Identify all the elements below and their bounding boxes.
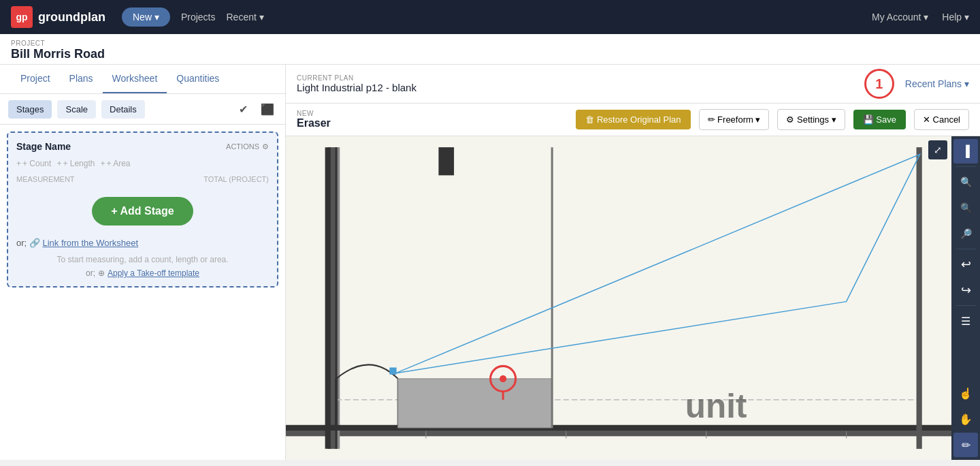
stage-name-label: Stage Name [16, 141, 71, 152]
pointer-icon: ☝ [959, 387, 973, 400]
toolbar-divider-1 [956, 166, 976, 167]
pointer-button[interactable]: ☝ [953, 381, 978, 405]
breadcrumb-label: PROJECT [11, 40, 969, 47]
svg-rect-8 [917, 147, 922, 449]
toolbar-divider-3 [956, 305, 976, 306]
list-icon: ☰ [961, 315, 970, 328]
tab-plans[interactable]: Plans [60, 65, 103, 93]
zoom-in-icon: 🔍 [960, 176, 972, 187]
template-link-row: or; ⊕ Apply a Take-off template [16, 268, 269, 278]
recent-link[interactable]: Recent ▾ [226, 12, 263, 22]
right-toolbar: ▐ 🔍 🔍 🔎 ↩ ↪ [951, 136, 980, 460]
scale-tab[interactable]: Scale [57, 100, 96, 119]
breadcrumb-title: Bill Morris Road [11, 47, 969, 61]
toolbar-icons: ✔ ⬛ [233, 99, 277, 119]
toolbar-row: Stages Scale Details ✔ ⬛ [0, 94, 285, 125]
link-from-worksheet[interactable]: Link from the Worksheet [42, 238, 138, 248]
svg-rect-0 [286, 147, 951, 449]
undo-icon: ↩ [961, 257, 971, 272]
stage-header: Stage Name ACTIONS ⚙ [16, 141, 269, 152]
tab-project[interactable]: Project [11, 65, 60, 93]
new-badge: NEW [297, 110, 331, 117]
new-button[interactable]: New ▾ [122, 7, 170, 27]
link-row: or; 🔗 Link from the Worksheet [16, 238, 269, 248]
svg-rect-13 [438, 147, 454, 175]
pen-button[interactable]: ✏ [953, 433, 978, 457]
tab-bar: Project Plans Worksheet Quantities [0, 65, 285, 94]
cancel-button[interactable]: ✕ Cancel [914, 109, 969, 130]
breadcrumb-area: PROJECT Bill Morris Road [0, 34, 980, 65]
measurement-row: MEASUREMENT TOTAL (PROJECT) [16, 175, 269, 183]
toolbar-divider-2 [956, 249, 976, 249]
toolbar-bottom: ☝ ✋ ✏ [951, 381, 980, 460]
zoom-out-button[interactable]: 🔍 [953, 196, 978, 220]
tab-quantities[interactable]: Quantities [167, 65, 229, 93]
expand-icon: ⤢ [934, 144, 942, 155]
zoom-fit-button[interactable]: 🔎 [953, 221, 978, 246]
zoom-fit-icon: 🔎 [960, 228, 972, 239]
hint-text: To start measuring, add a count, length … [16, 255, 269, 264]
redo-icon: ↪ [961, 283, 971, 298]
save-button[interactable]: 💾 Save [853, 110, 906, 129]
eraser-title: Eraser [297, 117, 331, 129]
add-stage-button[interactable]: + Add Stage [92, 197, 193, 226]
svg-point-18 [500, 375, 506, 382]
stages-tab[interactable]: Stages [8, 100, 52, 119]
zoom-in-button[interactable]: 🔍 [953, 170, 978, 194]
download-icon-btn[interactable]: ⬛ [258, 99, 277, 119]
eraser-bar: NEW Eraser 🗑 Restore Original Plan ✏ Fre… [286, 104, 980, 136]
settings-button[interactable]: ⚙ Settings ▾ [777, 109, 845, 130]
check-icon-btn[interactable]: ✔ [233, 99, 252, 119]
plan-area: CURRENT PLAN Light Industrial p12 - blan… [286, 65, 980, 460]
actions-icon: ⚙ [262, 142, 269, 151]
apply-template-link[interactable]: Apply a Take-off template [108, 268, 199, 278]
plan-header: CURRENT PLAN Light Industrial p12 - blan… [286, 65, 980, 104]
add-stage-wrapper: + Add Stage [16, 191, 269, 231]
details-tab[interactable]: Details [101, 100, 145, 119]
stage-columns: ++ Count ++ Length ++ Area [16, 159, 269, 168]
nav-right: My Account ▾ Help ▾ [872, 12, 969, 22]
tab-worksheet[interactable]: Worksheet [103, 65, 167, 93]
actions-label: ACTIONS ⚙ [226, 142, 269, 151]
redo-button[interactable]: ↪ [953, 278, 978, 302]
freeform-button[interactable]: ✏ Freeform ▾ [699, 109, 770, 130]
top-navigation: gp groundplan New ▾ Projects Recent ▾ My… [0, 0, 980, 34]
pen-icon: ✏ [962, 439, 970, 452]
expand-button[interactable]: ⤢ [928, 140, 947, 159]
current-plan-info: CURRENT PLAN Light Industrial p12 - blan… [297, 74, 416, 93]
restore-button[interactable]: 🗑 Restore Original Plan [576, 110, 690, 129]
plan-canvas[interactable]: unit ⤢ [286, 136, 980, 460]
col-area[interactable]: ++ Area [100, 159, 130, 168]
list-button[interactable]: ☰ [953, 309, 978, 333]
link-icon: 🔗 [29, 238, 43, 248]
stage-card: Stage Name ACTIONS ⚙ ++ Count ++ Length … [7, 131, 278, 288]
panel-toggle-button[interactable]: ▐ [953, 139, 978, 164]
svg-rect-15 [389, 367, 396, 374]
my-account-link[interactable]: My Account ▾ [872, 12, 928, 22]
hand-icon: ✋ [959, 413, 973, 426]
logo: gp groundplan [11, 6, 105, 28]
svg-text:unit: unit [685, 387, 747, 424]
left-panel: Project Plans Worksheet Quantities Stage… [0, 65, 286, 460]
logo-text: groundplan [38, 10, 105, 25]
stage-area: Stage Name ACTIONS ⚙ ++ Count ++ Length … [0, 125, 285, 460]
logo-icon: gp [11, 6, 33, 28]
hand-button[interactable]: ✋ [953, 407, 978, 431]
col-length[interactable]: ++ Length [56, 159, 95, 168]
undo-button[interactable]: ↩ [953, 252, 978, 277]
help-link[interactable]: Help ▾ [942, 12, 969, 22]
eraser-info: NEW Eraser [297, 110, 331, 129]
zoom-out-icon: 🔍 [960, 202, 972, 213]
svg-rect-11 [398, 379, 552, 428]
circle-plus-icon: ⊕ [98, 268, 105, 278]
floor-plan-svg: unit [286, 136, 951, 460]
col-count[interactable]: ++ Count [16, 159, 51, 168]
main-layout: Project Plans Worksheet Quantities Stage… [0, 65, 980, 460]
plan-badge: 1 [864, 69, 894, 99]
current-plan-label: CURRENT PLAN [297, 74, 416, 82]
current-plan-name: Light Industrial p12 - blank [297, 82, 416, 93]
recent-plans-button[interactable]: Recent Plans ▾ [905, 78, 969, 89]
projects-link[interactable]: Projects [181, 12, 216, 22]
